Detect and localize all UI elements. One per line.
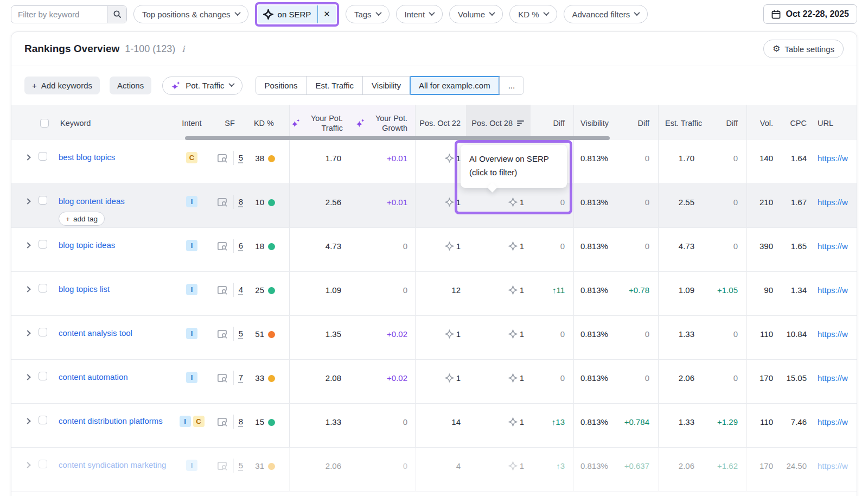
serp-features-icon[interactable] xyxy=(216,285,228,295)
keyword-link[interactable]: content analysis tool xyxy=(59,328,132,339)
col-volume[interactable]: Vol. xyxy=(746,105,777,140)
info-icon[interactable]: i xyxy=(182,44,184,54)
col-pot-traffic[interactable]: Your Pot. Traffic xyxy=(289,105,350,140)
ai-overview-icon[interactable] xyxy=(508,461,518,470)
col-diff2[interactable]: Diff xyxy=(615,105,658,140)
serp-features-count[interactable]: 8 xyxy=(239,417,243,426)
expand-chevron-icon[interactable] xyxy=(24,462,30,468)
top-positions-dropdown[interactable]: Top positions & changes xyxy=(133,5,248,23)
row-checkbox[interactable] xyxy=(39,372,47,380)
col-visibility[interactable]: Visibility xyxy=(573,105,615,140)
tab-positions[interactable]: Positions xyxy=(256,77,307,94)
tab--[interactable]: ... xyxy=(500,77,524,94)
expand-chevron-icon[interactable] xyxy=(24,286,30,292)
pot-traffic-dropdown[interactable]: Pot. Traffic xyxy=(162,77,242,95)
tab-visibility[interactable]: Visibility xyxy=(363,77,410,94)
col-cpc[interactable]: CPC xyxy=(777,105,810,140)
ai-overview-icon[interactable] xyxy=(508,329,518,339)
keyword-filter-input[interactable] xyxy=(11,6,107,23)
serp-features-count[interactable]: 8 xyxy=(239,197,243,206)
row-checkbox[interactable] xyxy=(39,152,47,161)
url-link[interactable]: https://w xyxy=(818,198,848,207)
ai-overview-icon[interactable] xyxy=(508,285,518,295)
col-est-traffic[interactable]: Est. Traffic xyxy=(658,105,703,140)
col-pot-growth[interactable]: Your Pot. Growth xyxy=(350,105,415,140)
ai-overview-icon[interactable] xyxy=(508,198,518,207)
expand-chevron-icon[interactable] xyxy=(24,374,30,380)
actions-button[interactable]: Actions xyxy=(110,77,151,94)
col-diff3[interactable]: Diff xyxy=(703,105,746,140)
kd-dropdown[interactable]: KD % xyxy=(509,5,557,23)
row-checkbox[interactable] xyxy=(39,284,47,292)
date-range-button[interactable]: Oct 22-28, 2025 xyxy=(763,4,857,24)
serp-features-icon[interactable] xyxy=(216,373,228,383)
row-checkbox[interactable] xyxy=(39,240,47,249)
row-checkbox[interactable] xyxy=(39,460,47,468)
col-pos-oct28[interactable]: Pos. Oct 28 xyxy=(466,105,531,140)
col-url[interactable]: URL xyxy=(810,105,857,140)
ai-overview-icon[interactable] xyxy=(445,373,454,383)
serp-features-icon[interactable] xyxy=(216,461,228,471)
url-link[interactable]: https://w xyxy=(818,241,848,251)
keyword-link[interactable]: blog content ideas xyxy=(59,196,125,207)
keyword-link[interactable]: best blog topics xyxy=(59,152,115,163)
serp-features-icon[interactable] xyxy=(216,329,228,339)
ai-overview-icon[interactable] xyxy=(508,373,518,383)
serp-features-count[interactable]: 5 xyxy=(239,329,243,338)
add-keywords-button[interactable]: + Add keywords xyxy=(24,77,100,94)
ai-overview-icon[interactable] xyxy=(445,241,454,251)
keyword-link[interactable]: content automation xyxy=(59,372,128,383)
expand-chevron-icon[interactable] xyxy=(24,330,30,336)
serp-features-count[interactable]: 4 xyxy=(239,285,243,294)
keyword-link[interactable]: blog topics list xyxy=(59,284,110,295)
ai-overview-icon[interactable] xyxy=(445,154,454,163)
search-button[interactable] xyxy=(107,6,126,23)
url-link[interactable]: https://w xyxy=(818,417,848,427)
table-settings-button[interactable]: ⚙ Table settings xyxy=(763,40,844,58)
ai-overview-icon[interactable] xyxy=(445,198,454,207)
ai-overview-icon[interactable] xyxy=(508,417,518,427)
tab-all-for-example-com[interactable]: All for example.com xyxy=(410,77,500,94)
expand-chevron-icon[interactable] xyxy=(24,242,30,248)
url-link[interactable]: https://w xyxy=(818,285,848,295)
col-keyword[interactable]: Keyword xyxy=(60,119,91,128)
serp-features-count[interactable]: 5 xyxy=(239,461,243,470)
col-intent[interactable]: Intent xyxy=(174,105,209,140)
row-checkbox[interactable] xyxy=(39,196,47,205)
select-all-checkbox[interactable] xyxy=(40,119,49,128)
intent-dropdown[interactable]: Intent xyxy=(396,5,443,23)
keyword-link[interactable]: content distribution platforms xyxy=(59,416,163,427)
url-link[interactable]: https://w xyxy=(818,329,848,339)
col-diff[interactable]: Diff xyxy=(531,105,573,140)
tags-dropdown[interactable]: Tags xyxy=(346,5,390,23)
ai-overview-icon[interactable] xyxy=(508,241,518,251)
url-link[interactable]: https://w xyxy=(818,373,848,383)
tab-est-traffic[interactable]: Est. Traffic xyxy=(307,77,363,94)
row-checkbox[interactable] xyxy=(39,328,47,336)
serp-features-count[interactable]: 7 xyxy=(239,373,243,382)
serp-features-count[interactable]: 5 xyxy=(239,153,243,162)
serp-features-icon[interactable] xyxy=(216,197,228,207)
volume-dropdown[interactable]: Volume xyxy=(449,5,503,23)
serp-features-icon[interactable] xyxy=(216,241,228,251)
url-link[interactable]: https://w xyxy=(818,461,848,470)
add-tag-button[interactable]: +add tag xyxy=(59,212,105,226)
col-sf[interactable]: SF xyxy=(209,105,250,140)
ai-overview-icon[interactable] xyxy=(445,329,454,339)
row-checkbox[interactable] xyxy=(39,416,47,424)
serp-features-count[interactable]: 6 xyxy=(239,241,243,250)
col-kd[interactable]: KD % xyxy=(250,105,289,140)
keyword-link[interactable]: blog topic ideas xyxy=(59,240,115,251)
keyword-link[interactable]: content syndication marketing xyxy=(59,460,166,470)
expand-chevron-icon[interactable] xyxy=(24,154,30,160)
horizontal-scrollbar[interactable] xyxy=(185,136,610,140)
close-icon[interactable]: ✕ xyxy=(317,5,336,23)
on-serp-filter-chip[interactable]: on SERP ✕ xyxy=(258,5,336,23)
serp-features-icon[interactable] xyxy=(216,417,228,427)
url-link[interactable]: https://w xyxy=(818,154,848,163)
expand-chevron-icon[interactable] xyxy=(24,418,30,424)
col-pos-oct22[interactable]: Pos. Oct 22 xyxy=(415,105,466,140)
serp-features-icon[interactable] xyxy=(216,153,228,163)
expand-chevron-icon[interactable] xyxy=(24,198,30,204)
advanced-filters-dropdown[interactable]: Advanced filters xyxy=(564,5,648,23)
